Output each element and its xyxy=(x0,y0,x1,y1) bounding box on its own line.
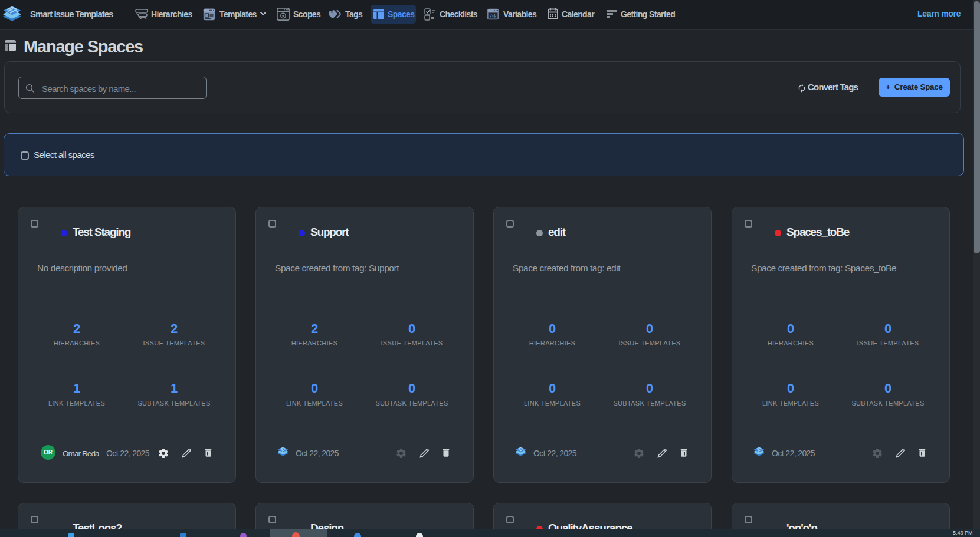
svg-text:{x}: {x} xyxy=(490,13,496,18)
